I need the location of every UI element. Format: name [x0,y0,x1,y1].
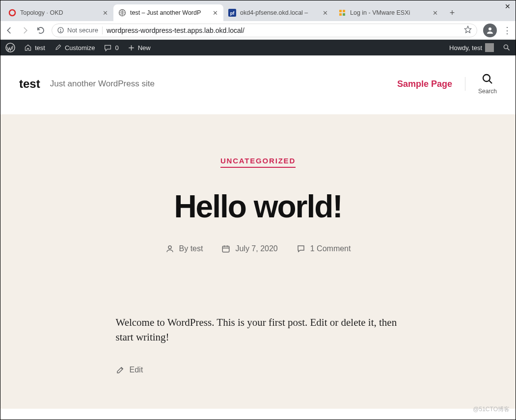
wp-admin-bar: test Customize 0 New Howdy, test [0,40,516,55]
customize-link[interactable]: Customize [54,44,95,52]
adminbar-search[interactable] [503,44,511,52]
comments-count: 0 [115,44,118,52]
svg-rect-7 [343,13,345,16]
page-viewport[interactable]: test Just another WordPress site Sample … [0,55,516,420]
post-content: Welcome to WordPress. This is your first… [0,288,516,409]
not-secure-label: Not secure [67,26,98,34]
search-toggle[interactable]: Search [478,73,497,95]
comments-link[interactable]: 0 [104,44,118,52]
bookmark-star-icon[interactable] [464,26,472,35]
menu-sample-page[interactable]: Sample Page [397,79,452,89]
by-label: By [179,244,190,253]
reload-button[interactable] [36,26,46,35]
search-icon [503,44,511,52]
svg-rect-19 [223,246,230,252]
date-meta: July 7, 2020 [221,244,277,253]
security-indicator[interactable]: Not secure [57,26,98,34]
pfsense-icon: pf [228,9,236,17]
close-icon[interactable]: ✕ [322,9,328,17]
omnibox-divider [102,26,103,34]
tab-strip: Topology · OKD ✕ test – Just another Wor… [0,0,516,21]
edit-icon [116,366,125,374]
close-icon[interactable]: ✕ [432,9,438,17]
plus-icon [128,44,135,52]
browser-toolbar: Not secure wordpress-wordpress-test.apps… [0,21,516,40]
svg-text:pf: pf [230,11,235,16]
post-body: Welcome to WordPress. This is your first… [116,288,401,345]
site-header: test Just another WordPress site Sample … [0,55,516,114]
globe-icon [118,9,126,17]
tab-title: Log in - VMware ESXi [350,9,428,16]
person-icon [165,244,174,253]
post-title[interactable]: Hello world! [20,188,496,225]
category-link[interactable]: UNCATEGORIZED [220,157,296,168]
esxi-icon [338,9,346,17]
comments-link[interactable]: 1 Comment [310,244,351,253]
adminbar-site-name: test [35,44,45,52]
edit-label: Edit [130,366,143,374]
close-icon[interactable]: ✕ [212,9,218,17]
comments-meta[interactable]: 1 Comment [297,244,351,253]
header-divider [465,77,465,91]
author-meta: By test [165,244,203,253]
tab-okd[interactable]: Topology · OKD ✕ [3,4,113,21]
tab-title: test – Just another WordP [130,9,208,16]
close-icon[interactable]: ✕ [102,9,109,17]
author-link[interactable]: test [190,244,203,253]
wp-logo-menu[interactable] [5,43,15,52]
customize-label: Customize [65,44,95,52]
browser-menu-icon[interactable]: ⋮ [503,25,512,36]
svg-marker-11 [464,26,471,32]
address-bar[interactable]: Not secure wordpress-wordpress-test.apps… [52,24,477,37]
back-button[interactable] [4,26,14,35]
url-text: wordpress-wordpress-test.apps.lab.okd.lo… [107,26,460,34]
svg-point-18 [168,246,171,249]
comment-icon [297,244,305,253]
footer-widgets: SEARCH Archives [0,409,516,420]
svg-line-15 [508,49,510,51]
profile-avatar[interactable] [483,24,497,37]
site-title[interactable]: test [19,77,40,91]
svg-point-10 [60,31,61,32]
svg-point-0 [9,10,15,16]
site-tagline: Just another WordPress site [50,79,155,89]
window-close-icon[interactable]: ✕ [505,2,511,10]
svg-rect-5 [343,10,345,12]
tab-title: Topology · OKD [20,9,98,16]
edit-post-link[interactable]: Edit [116,366,401,374]
new-label: New [138,44,151,52]
user-avatar-icon [485,43,494,52]
svg-point-14 [504,45,508,49]
comment-icon [104,44,112,52]
post-meta: By test July 7, 2020 1 Comment [20,244,496,253]
calendar-icon [221,244,230,253]
tab-title: okd4-pfsense.okd.local – [240,9,318,16]
brush-icon [54,44,62,52]
svg-rect-4 [339,10,342,12]
svg-rect-6 [339,13,342,16]
wordpress-icon [5,43,15,52]
svg-point-16 [483,75,490,81]
svg-line-17 [489,81,492,84]
forward-button[interactable] [20,26,30,35]
tab-esxi[interactable]: Log in - VMware ESXi ✕ [333,4,443,21]
new-content-link[interactable]: New [128,44,151,52]
home-icon [24,44,32,52]
tab-pfsense[interactable]: pf okd4-pfsense.okd.local – ✕ [223,4,333,21]
tab-wordpress[interactable]: test – Just another WordP ✕ [113,4,223,21]
svg-point-12 [489,27,491,30]
site-name-link[interactable]: test [24,44,45,52]
howdy-account[interactable]: Howdy, test [449,43,494,52]
post-date: July 7, 2020 [235,244,277,253]
okd-icon [8,9,16,17]
post-hero: UNCATEGORIZED Hello world! By test July … [0,114,516,288]
search-icon [482,73,493,85]
search-label: Search [478,88,497,95]
new-tab-button[interactable]: + [445,6,459,20]
howdy-text: Howdy, test [449,44,482,52]
